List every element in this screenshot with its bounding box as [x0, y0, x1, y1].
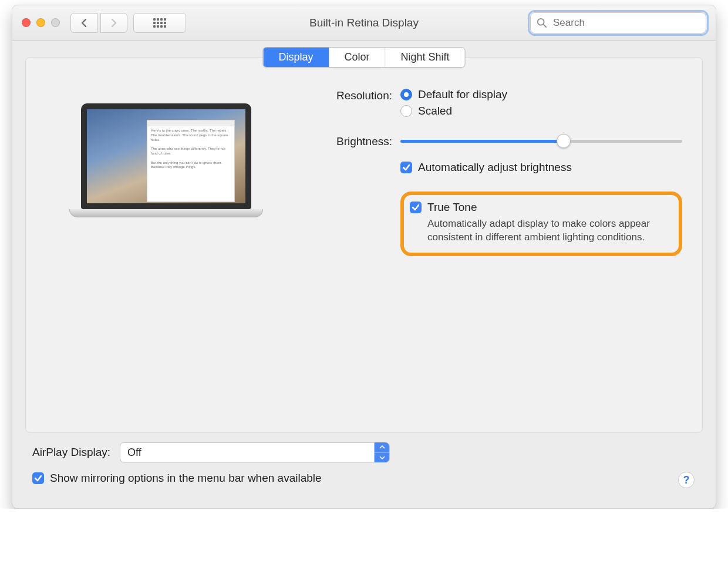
true-tone-checkbox[interactable]: True Tone	[410, 201, 670, 214]
tab-color[interactable]: Color	[329, 48, 385, 67]
select-stepper[interactable]	[374, 442, 389, 462]
airplay-value: Off	[127, 446, 141, 459]
search-icon	[537, 18, 547, 28]
resolution-scaled-label: Scaled	[418, 105, 452, 118]
resolution-label: Resolution:	[304, 88, 392, 102]
svg-line-1	[544, 24, 547, 27]
mirroring-checkbox[interactable]: Show mirroring options in the menu bar w…	[32, 472, 322, 485]
chevron-left-icon	[80, 18, 87, 28]
laptop-screen-icon: Here's to the crazy ones. The misfits. T…	[81, 103, 251, 209]
chevron-up-icon	[379, 445, 385, 449]
checkbox-checked-icon	[410, 202, 422, 213]
zoom-window-button[interactable]	[51, 18, 60, 27]
chevron-right-icon	[110, 18, 117, 28]
grid-icon	[153, 18, 166, 28]
resolution-default-label: Default for display	[418, 88, 507, 101]
true-tone-highlight: True Tone Automatically adapt display to…	[400, 192, 682, 256]
window-body: Display Color Night Shift Here's to the …	[12, 41, 716, 508]
tab-display[interactable]: Display	[263, 48, 329, 67]
auto-brightness-checkbox[interactable]: Automatically adjust brightness	[400, 161, 682, 174]
chevron-down-icon	[379, 456, 385, 459]
airplay-select[interactable]: Off	[120, 442, 390, 462]
brightness-slider[interactable]	[400, 133, 682, 149]
checkbox-checked-icon	[400, 162, 412, 173]
tab-night-shift[interactable]: Night Shift	[386, 48, 465, 67]
checkbox-checked-icon	[32, 472, 44, 484]
nav-buttons	[70, 13, 127, 33]
question-mark-icon: ?	[683, 474, 690, 486]
minimize-window-button[interactable]	[36, 18, 45, 27]
slider-thumb[interactable]	[557, 134, 571, 148]
true-tone-label: True Tone	[427, 201, 477, 214]
preferences-window: Built-in Retina Display Display Color Ni…	[12, 5, 716, 509]
main-panel: Display Color Night Shift Here's to the …	[25, 57, 703, 433]
search-field[interactable]	[530, 12, 706, 33]
help-button[interactable]: ?	[678, 472, 695, 488]
show-all-button[interactable]	[133, 13, 186, 33]
titlebar: Built-in Retina Display	[12, 5, 716, 41]
true-tone-description: Automatically adapt display to make colo…	[410, 217, 670, 244]
radio-unselected-icon	[400, 105, 412, 117]
back-button[interactable]	[70, 13, 97, 33]
search-input[interactable]	[552, 16, 700, 29]
forward-button[interactable]	[100, 13, 127, 33]
resolution-scaled-option[interactable]: Scaled	[400, 105, 682, 118]
display-thumbnail: Here's to the crazy ones. The misfits. T…	[46, 103, 287, 268]
resolution-default-option[interactable]: Default for display	[400, 88, 682, 101]
window-controls	[22, 18, 60, 27]
airplay-label: AirPlay Display:	[32, 446, 110, 459]
tab-bar: Display Color Night Shift	[262, 47, 465, 68]
footer: AirPlay Display: Off Show mirroring opti…	[25, 433, 703, 496]
display-settings: Resolution: Default for display Scaled	[304, 88, 682, 268]
svg-point-0	[538, 18, 544, 25]
brightness-label: Brightness:	[304, 134, 392, 148]
auto-brightness-label: Automatically adjust brightness	[418, 161, 572, 174]
mirroring-label: Show mirroring options in the menu bar w…	[50, 472, 322, 485]
radio-selected-icon	[400, 89, 412, 100]
close-window-button[interactable]	[22, 18, 31, 27]
